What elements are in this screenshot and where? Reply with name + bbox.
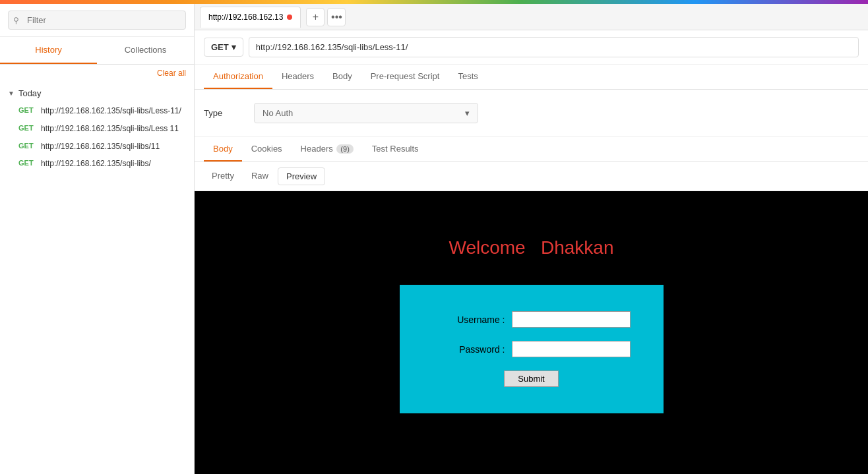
history-item-1[interactable]: GET http://192.168.162.135/sqli-libs/Les… [0,120,194,138]
welcome-label: Welcome [449,237,525,258]
history-url: http://192.168.162.135/sqli-libs/ [41,158,151,169]
submit-area: Submit [433,370,631,387]
search-wrapper: ⚲ [8,11,186,30]
password-label: Password : [446,344,505,355]
auth-value: No Auth [263,108,293,118]
username-row: Username : [433,311,631,328]
tab-history[interactable]: History [0,37,97,64]
chevron-down-icon: ▼ [8,90,15,97]
method-select[interactable]: GET ▾ [204,38,243,57]
fmt-tab-raw[interactable]: Raw [243,167,276,185]
resp-tab-body[interactable]: Body [204,137,242,162]
method-badge: GET [18,123,36,132]
history-url: http://192.168.162.135/sqli-libs/11 [41,141,160,152]
resp-tab-headers[interactable]: Headers (9) [292,137,363,162]
login-box: Username : Password : Submit [400,285,664,413]
method-badge: GET [18,158,36,167]
auth-section: Type No Auth ▾ [195,90,868,137]
password-row: Password : [433,341,631,357]
resp-tab-cookies[interactable]: Cookies [242,137,292,162]
filter-input[interactable] [8,11,186,30]
resp-tab-test-results[interactable]: Test Results [363,137,428,162]
response-format-tabs: Pretty Raw Preview [195,162,868,191]
request-tabs: Authorization Headers Body Pre-request S… [195,65,868,90]
submit-button[interactable]: Submit [504,370,558,387]
response-tabs: Body Cookies Headers (9) Test Results [195,137,868,162]
new-tab-button[interactable]: + [306,8,325,26]
welcome-name: Dhakkan [541,237,614,258]
response-section: Body Cookies Headers (9) Test Results Pr… [195,137,868,474]
req-tab-body[interactable]: Body [323,65,361,89]
history-url: http://192.168.162.135/sqli-libs/Less-11… [41,105,181,117]
req-tab-authorization[interactable]: Authorization [204,65,272,89]
today-section-header: ▼ Today [0,84,194,102]
request-tab[interactable]: http://192.168.162.13 [200,7,301,28]
fmt-tab-pretty[interactable]: Pretty [204,167,242,185]
req-tab-tests[interactable]: Tests [449,65,487,89]
method-badge: GET [18,141,36,150]
history-item-0[interactable]: GET http://192.168.162.135/sqli-libs/Les… [0,102,194,120]
fmt-tab-preview[interactable]: Preview [278,167,325,185]
url-input[interactable] [249,37,859,57]
sidebar: ⚲ History Collections Clear all ▼ Today … [0,4,195,474]
auth-type-select[interactable]: No Auth ▾ [254,103,478,123]
welcome-heading: Welcome Dhakkan [449,237,613,258]
main-area: http://192.168.162.13 + ••• GET ▾ Author… [195,4,868,474]
req-tab-prerequest[interactable]: Pre-request Script [361,65,449,89]
more-options-button[interactable]: ••• [327,8,346,26]
tab-url-label: http://192.168.162.13 [208,13,283,22]
method-badge: GET [18,105,36,114]
password-input[interactable] [512,341,631,357]
history-item-2[interactable]: GET http://192.168.162.135/sqli-libs/11 [0,138,194,156]
sidebar-search-area: ⚲ [0,4,194,37]
method-chevron-icon: ▾ [232,42,236,52]
tab-bar: http://192.168.162.13 + ••• [195,4,868,30]
method-label: GET [211,42,229,52]
today-label: Today [18,88,42,98]
username-label: Username : [446,314,505,325]
sidebar-content: ▼ Today GET http://192.168.162.135/sqli-… [0,82,194,474]
tab-collections[interactable]: Collections [97,37,194,64]
username-input[interactable] [512,311,631,328]
auth-type-label: Type [204,108,243,118]
clear-all-button[interactable]: Clear all [157,69,186,78]
sidebar-actions: Clear all [0,65,194,82]
sidebar-tabs: History Collections [0,37,194,65]
preview-content: Welcome Dhakkan Username : Password : [195,218,868,413]
auth-chevron-icon: ▾ [465,108,470,118]
headers-count-badge: (9) [336,144,353,154]
req-tab-headers[interactable]: Headers [272,65,323,89]
history-url: http://192.168.162.135/sqli-libs/Less 11 [41,123,179,134]
history-item-3[interactable]: GET http://192.168.162.135/sqli-libs/ [0,155,194,173]
request-builder: GET ▾ [195,30,868,65]
preview-area: Welcome Dhakkan Username : Password : [195,191,868,474]
search-icon: ⚲ [13,16,19,25]
tab-actions: + ••• [306,8,346,26]
app-body: ⚲ History Collections Clear all ▼ Today … [0,4,868,474]
tab-dirty-dot [287,15,292,20]
